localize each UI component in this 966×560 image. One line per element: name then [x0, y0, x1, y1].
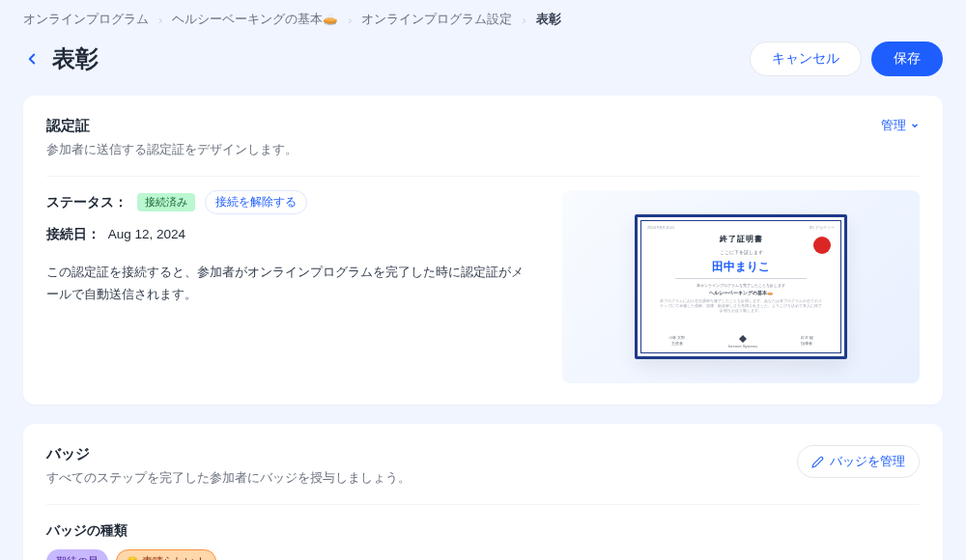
back-arrow-icon[interactable]	[23, 50, 41, 68]
certificate-card: 認定証 参加者に送信する認定証をデザインします。 管理 ステータス： 接続済み …	[23, 96, 943, 405]
chevron-right-icon: ›	[522, 14, 526, 27]
certificate-note: この認定証を接続すると、参加者がオンラインプログラムを完了した時に認定証がメール…	[46, 261, 533, 306]
manage-badge-button[interactable]: バッジを管理	[797, 445, 920, 478]
breadcrumb-item[interactable]: オンラインプログラム	[23, 12, 149, 28]
status-badge: 接続済み	[137, 193, 195, 211]
badge-item-great[interactable]: 😊 素晴らしい！	[116, 549, 216, 560]
badge-types-label: バッジの種類	[46, 504, 920, 540]
smiley-icon: 😊	[127, 556, 138, 560]
cert-doc-title: 終了証明書	[720, 234, 763, 244]
badge-item-star[interactable]: 期待の星	[46, 549, 108, 560]
breadcrumb-item[interactable]: ヘルシーベーキングの基本🥧	[172, 12, 338, 28]
save-button[interactable]: 保存	[871, 42, 943, 76]
manage-certificate-link[interactable]: 管理	[881, 117, 920, 134]
pencil-icon	[811, 456, 824, 468]
certificate-title: 認定証	[46, 117, 298, 135]
breadcrumb-current: 表彰	[536, 12, 561, 28]
badge-card: バッジ すべてのステップを完了した参加者にバッジを授与しましょう。 バッジを管理…	[23, 424, 943, 560]
chevron-right-icon: ›	[348, 14, 352, 27]
certificate-preview: 2024年8月15日 ID: アカデミー 終了証明書 ここに下を証します 田中ま…	[562, 190, 920, 383]
page-header: 表彰 キャンセル 保存	[23, 42, 943, 76]
disconnect-button[interactable]: 接続を解除する	[205, 190, 307, 214]
connection-date: 接続日： Aug 12, 2024	[46, 226, 533, 243]
badge-title: バッジ	[46, 445, 411, 463]
cert-recipient-name: 田中まりこ	[712, 259, 770, 275]
badge-desc: すべてのステップを完了した参加者にバッジを授与しましょう。	[46, 469, 411, 487]
page-title: 表彰	[52, 43, 99, 74]
chevron-right-icon: ›	[158, 14, 162, 27]
status-label: ステータス：	[46, 194, 128, 211]
logo-icon	[739, 335, 747, 343]
seal-icon	[813, 237, 831, 254]
cancel-button[interactable]: キャンセル	[750, 42, 862, 76]
certificate-desc: 参加者に送信する認定証をデザインします。	[46, 141, 298, 158]
breadcrumb: オンラインプログラム › ヘルシーベーキングの基本🥧 › オンラインプログラム設…	[23, 12, 943, 28]
breadcrumb-item[interactable]: オンラインプログラム設定	[361, 12, 512, 28]
chevron-down-icon	[910, 121, 920, 130]
